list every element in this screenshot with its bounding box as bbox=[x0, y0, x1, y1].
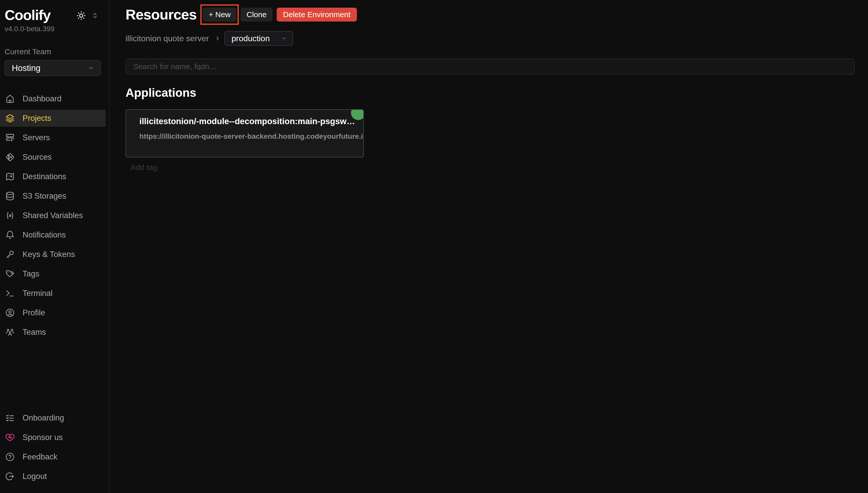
user-circle-icon bbox=[5, 308, 15, 318]
sidebar-item-teams[interactable]: Teams bbox=[0, 324, 109, 341]
layers-icon bbox=[5, 113, 15, 123]
sidebar-item-label: S3 Storages bbox=[23, 191, 66, 201]
sidebar-item-shared-variables[interactable]: Shared Variables bbox=[0, 207, 109, 224]
environment-select-value: production bbox=[232, 34, 270, 43]
key-icon bbox=[5, 250, 15, 259]
sidebar-item-terminal[interactable]: Terminal bbox=[0, 285, 109, 302]
database-icon bbox=[5, 191, 15, 201]
add-tag-button[interactable]: Add tag bbox=[131, 163, 157, 172]
home-icon bbox=[5, 94, 15, 104]
chevron-down-icon bbox=[87, 65, 95, 72]
sidebar-item-label: Terminal bbox=[23, 289, 53, 298]
sidebar-item-notifications[interactable]: Notifications bbox=[0, 227, 109, 243]
main-content: Resources + New Clone Delete Environment… bbox=[110, 0, 868, 493]
team-select-value: Hosting bbox=[12, 63, 40, 73]
delete-environment-button[interactable]: Delete Environment bbox=[277, 8, 357, 22]
tag-icon bbox=[5, 269, 15, 279]
sidebar: Coolify v4.0.0-beta.399 Current Team Hos… bbox=[0, 0, 110, 493]
sidebar-item-label: Sources bbox=[23, 153, 52, 162]
breadcrumb: illicitonion quote server production bbox=[126, 31, 855, 46]
current-team-label: Current Team bbox=[5, 47, 109, 56]
applications-section-title: Applications bbox=[126, 86, 855, 100]
sidebar-item-label: Servers bbox=[23, 133, 50, 142]
help-circle-icon bbox=[5, 452, 15, 462]
new-button[interactable]: + New bbox=[203, 8, 236, 22]
sidebar-item-tags[interactable]: Tags bbox=[0, 265, 109, 282]
sidebar-item-label: Sponsor us bbox=[23, 433, 63, 442]
terminal-icon bbox=[5, 288, 15, 298]
heart-handshake-icon bbox=[5, 433, 15, 442]
theme-toggle-sun-icon[interactable] bbox=[76, 10, 87, 21]
sidebar-menu: Dashboard Projects Servers Sources Desti… bbox=[0, 90, 109, 343]
breadcrumb-project[interactable]: illicitonion quote server bbox=[126, 34, 209, 43]
sidebar-item-sources[interactable]: Sources bbox=[0, 149, 109, 166]
sidebar-item-onboarding[interactable]: Onboarding bbox=[0, 410, 109, 426]
sidebar-item-label: Dashboard bbox=[23, 94, 61, 103]
sidebar-item-label: Feedback bbox=[23, 452, 57, 462]
map-icon bbox=[5, 172, 15, 181]
chevron-right-icon bbox=[214, 35, 221, 42]
sidebar-item-label: Logout bbox=[23, 472, 47, 481]
sidebar-item-feedback[interactable]: Feedback bbox=[0, 448, 109, 465]
sidebar-item-servers[interactable]: Servers bbox=[0, 129, 109, 146]
chevron-down-icon bbox=[281, 35, 287, 42]
app-logo: Coolify bbox=[5, 8, 50, 23]
sidebar-item-profile[interactable]: Profile bbox=[0, 304, 109, 321]
sidebar-item-destinations[interactable]: Destinations bbox=[0, 168, 109, 185]
sidebar-item-label: Destinations bbox=[23, 172, 66, 181]
checklist-icon bbox=[5, 413, 15, 423]
logout-icon bbox=[5, 471, 15, 481]
sidebar-item-label: Profile bbox=[23, 308, 45, 317]
sidebar-item-label: Keys & Tokens bbox=[23, 250, 75, 259]
team-icon bbox=[5, 327, 15, 337]
sidebar-item-label: Teams bbox=[23, 328, 46, 337]
sidebar-item-label: Projects bbox=[23, 114, 51, 123]
sidebar-item-logout[interactable]: Logout bbox=[0, 468, 109, 485]
collapse-chevrons-icon[interactable] bbox=[91, 12, 99, 19]
clone-button[interactable]: Clone bbox=[241, 8, 272, 22]
sidebar-item-keys-tokens[interactable]: Keys & Tokens bbox=[0, 246, 109, 263]
application-url: https://illicitonion-quote-server-backen… bbox=[139, 132, 356, 141]
sidebar-item-label: Notifications bbox=[23, 230, 66, 240]
sidebar-footer-menu: Onboarding Sponsor us Feedback Logout bbox=[0, 410, 109, 493]
sidebar-item-label: Tags bbox=[23, 269, 39, 278]
bell-icon bbox=[5, 230, 15, 240]
sidebar-item-label: Shared Variables bbox=[23, 211, 83, 220]
search-input[interactable] bbox=[126, 59, 855, 74]
application-card[interactable]: illicitestonion/-module--decomposition:m… bbox=[126, 109, 364, 157]
sidebar-item-sponsor[interactable]: Sponsor us bbox=[0, 429, 109, 446]
page-header: Resources + New Clone Delete Environment bbox=[126, 6, 855, 23]
page-title: Resources bbox=[126, 6, 197, 23]
sidebar-item-dashboard[interactable]: Dashboard bbox=[0, 90, 109, 107]
sidebar-item-projects[interactable]: Projects bbox=[0, 110, 106, 127]
git-source-icon bbox=[5, 152, 15, 162]
team-select[interactable]: Hosting bbox=[5, 60, 101, 76]
environment-select[interactable]: production bbox=[224, 31, 293, 46]
server-icon bbox=[5, 133, 15, 143]
app-version: v4.0.0-beta.399 bbox=[5, 25, 109, 33]
sidebar-item-s3-storages[interactable]: S3 Storages bbox=[0, 188, 109, 205]
sidebar-item-label: Onboarding bbox=[23, 413, 64, 423]
application-name: illicitestonion/-module--decomposition:m… bbox=[139, 116, 356, 126]
variables-icon bbox=[5, 211, 15, 220]
